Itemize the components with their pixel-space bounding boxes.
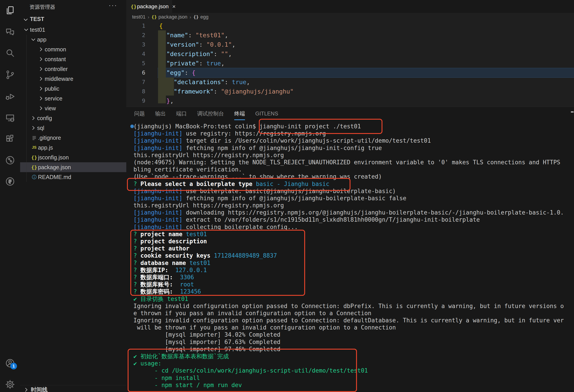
breadcrumb-item-egg[interactable]: {}egg	[193, 14, 208, 20]
chevron-right-icon	[23, 387, 29, 392]
tree-item-label: jsconfig.json	[38, 154, 69, 161]
tree-item-label: app	[37, 36, 46, 43]
code-text: "egg": {	[159, 69, 196, 76]
tree-item-label: package.json	[38, 164, 71, 170]
gitignore-file-icon	[30, 135, 38, 141]
tree-item-app[interactable]: app	[20, 35, 126, 44]
code-line-4: 4 "description": "",	[126, 49, 574, 58]
timeline-label: 时间线	[31, 386, 48, 392]
breadcrumb: test01›{}package.json›{}egg	[126, 13, 574, 21]
chevron-right-icon	[30, 115, 37, 121]
code-lines: 1{2 "name": "test01",3 "version": "0.0.1…	[126, 21, 574, 105]
workspace-section-label: TEST	[30, 16, 44, 22]
tree-item-readme-md[interactable]: README.md	[20, 172, 126, 182]
breadcrumb-item-test01[interactable]: test01	[132, 14, 145, 20]
breadcrumb-label: package.json	[159, 14, 187, 20]
vscode-window: 1 资源管理器 ··· TEST test01appcommonconstant…	[0, 0, 574, 392]
tree-item-controller[interactable]: controller	[20, 64, 126, 74]
terminal-line-11: [jianghu-init] fetching npm info of @jia…	[133, 195, 574, 202]
code-line-6: 6 "egg": {	[126, 68, 574, 77]
settings-gear-icon[interactable]	[0, 376, 20, 392]
bottom-panel: 问题输出端口调试控制台终端GITLENS (jianghujs) MacBook…	[126, 107, 574, 392]
tree-item-constant[interactable]: constant	[20, 54, 126, 64]
more-actions-icon[interactable]: ···	[109, 1, 117, 9]
github-icon[interactable]	[0, 173, 20, 189]
tree-item-public[interactable]: public	[20, 84, 126, 93]
panel-tab-gitlens[interactable]: GITLENS	[255, 107, 278, 120]
timeline-section-header[interactable]: 时间线	[20, 385, 126, 392]
chevron-right-icon	[38, 76, 45, 82]
account-icon[interactable]: 1	[0, 355, 20, 371]
activity-bar: 1	[0, 0, 20, 392]
terminal-line-32: [mysql importer] 97.46% Completed	[133, 346, 574, 353]
terminal-output[interactable]: (jianghujs) MacBook-Pro:test colin$ jian…	[133, 123, 574, 392]
explorer-icon[interactable]	[0, 2, 20, 19]
terminal-line-19: ? cookie security keys 1712844889489_883…	[133, 252, 574, 259]
panel-tab-输出[interactable]: 输出	[155, 107, 166, 120]
tree-item--gitignore[interactable]: .gitignore	[20, 133, 126, 143]
tree-item-view[interactable]: view	[20, 103, 126, 113]
chevron-right-icon	[38, 56, 45, 62]
editor-tab-bar: {} package.json ×	[126, 0, 574, 13]
tree-item-label: controller	[45, 66, 68, 72]
terminal-line-37: - npm start / npm run dev	[133, 381, 574, 389]
terminal-line-13: [jianghu-init] downloading https://regis…	[133, 209, 574, 216]
code-line-1: 1{	[126, 21, 574, 30]
workspace-section-header[interactable]: TEST	[20, 15, 126, 25]
code-text: "name": "test01",	[159, 32, 228, 39]
terminal-line-4: [jianghu-init] fetching npm info of @jia…	[133, 144, 574, 151]
gitlens-icon[interactable]	[0, 152, 20, 168]
line-number: 8	[126, 88, 145, 95]
panel-minimize-icon[interactable]	[571, 112, 574, 112]
tree-item-package-json[interactable]: {}package.json	[20, 162, 126, 172]
panel-tab-终端[interactable]: 终端	[234, 107, 245, 120]
close-icon[interactable]: ×	[172, 3, 175, 10]
terminal-line-20: ? database name test01	[133, 259, 574, 266]
terminal-line-15: [jianghu-init] collecting boilerplate co…	[133, 224, 574, 231]
line-number: 9	[126, 97, 145, 104]
tree-item-label: service	[45, 95, 62, 102]
tree-item-test01[interactable]: test01	[20, 25, 126, 35]
chat-icon[interactable]	[0, 24, 20, 40]
remote-explorer-icon[interactable]	[0, 110, 20, 126]
account-badge: 1	[10, 363, 17, 370]
tree-item-config[interactable]: config	[20, 113, 126, 123]
tree-item-jsconfig-json[interactable]: {}jsconfig.json	[20, 152, 126, 162]
tree-item-service[interactable]: service	[20, 93, 126, 103]
breadcrumb-item-package-json[interactable]: {}package.json	[152, 14, 187, 20]
chevron-right-icon	[38, 95, 45, 101]
terminal-line-7: bling certificate verification.	[133, 166, 574, 173]
breadcrumb-label: egg	[200, 14, 208, 20]
tree-item-app-js[interactable]: JSapp.js	[20, 143, 126, 152]
panel-tab-问题[interactable]: 问题	[134, 107, 145, 120]
tab-package-json[interactable]: {} package.json ×	[126, 0, 172, 13]
line-number: 1	[126, 22, 145, 29]
chevron-down-icon	[30, 37, 37, 42]
terminal-line-10: [jianghu-init] use boilerplate: basic(@j…	[133, 187, 574, 195]
tree-item-label: config	[37, 115, 52, 121]
tree-item-middleware[interactable]: middleware	[20, 74, 126, 84]
search-icon[interactable]	[0, 45, 20, 61]
code-text: "private": true,	[159, 60, 225, 67]
terminal-line-1: (jianghujs) MacBook-Pro:test colin$ jian…	[133, 123, 574, 130]
explorer-sidebar: 资源管理器 ··· TEST test01appcommonconstantco…	[20, 0, 126, 392]
run-debug-icon[interactable]	[0, 88, 20, 104]
code-editor[interactable]: 1{2 "name": "test01",3 "version": "0.0.1…	[126, 21, 574, 107]
tree-item-common[interactable]: common	[20, 44, 126, 54]
source-control-icon[interactable]	[0, 67, 20, 83]
extensions-icon[interactable]	[0, 131, 20, 147]
terminal-line-30: [mysql importer] 34.02% Completed	[133, 331, 574, 338]
json-symbol-icon: {}	[193, 14, 199, 20]
tree-item-sql[interactable]: sql	[20, 123, 126, 133]
tree-item-label: constant	[45, 56, 66, 62]
panel-tab-调试控制台[interactable]: 调试控制台	[197, 107, 224, 120]
terminal-line-29: will be thrown if you pass an invalid co…	[133, 324, 574, 331]
panel-tab-端口[interactable]: 端口	[176, 107, 187, 120]
json-file-icon: {}	[30, 165, 38, 170]
line-number: 3	[126, 41, 145, 48]
js-file-icon: JS	[30, 145, 38, 150]
tree-item-label: middleware	[45, 76, 73, 82]
file-tree: test01appcommonconstantcontrollermiddlew…	[20, 25, 126, 182]
terminal-line-36: - npm install	[133, 374, 574, 381]
chevron-right-icon	[30, 125, 37, 131]
